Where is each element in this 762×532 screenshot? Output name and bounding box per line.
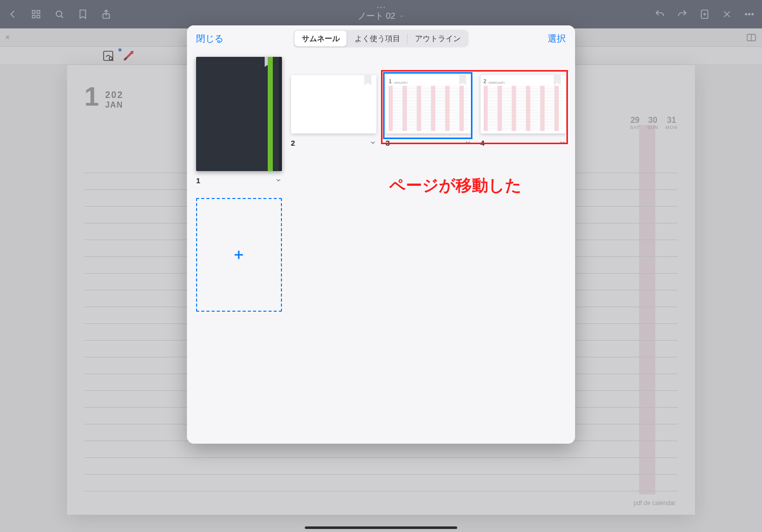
back-icon[interactable] bbox=[7, 9, 18, 20]
day-number: 29 bbox=[630, 116, 640, 125]
calendar-month-number: 1 bbox=[84, 83, 99, 110]
more-icon[interactable] bbox=[744, 9, 755, 20]
view-mode-segmented[interactable]: サムネール よく使う項目 アウトライン bbox=[294, 30, 469, 48]
footer-brand: pdf de calendar bbox=[633, 500, 676, 507]
apps-grid-icon[interactable] bbox=[30, 9, 42, 20]
svg-point-13 bbox=[749, 14, 750, 15]
day-abbrev: SAT bbox=[630, 125, 640, 130]
add-page-icon[interactable] bbox=[699, 9, 710, 20]
svg-rect-3 bbox=[37, 15, 40, 18]
page-browser-modal: 閉じる サムネール よく使う項目 アウトライン 選択 1 bbox=[187, 25, 575, 444]
redo-icon[interactable] bbox=[677, 9, 688, 20]
chevron-down-icon[interactable] bbox=[369, 139, 376, 146]
svg-line-19 bbox=[112, 59, 113, 61]
day-number: 30 bbox=[647, 116, 658, 125]
svg-point-4 bbox=[56, 11, 62, 17]
plus-icon bbox=[232, 248, 246, 262]
page-thumb-blank[interactable] bbox=[291, 75, 377, 134]
tab-close-icon[interactable]: × bbox=[5, 33, 10, 42]
pen-tool-icon[interactable]: ✱ bbox=[122, 49, 135, 62]
svg-point-14 bbox=[752, 14, 753, 15]
calendar-month-abbrev: JAN bbox=[105, 101, 123, 110]
svg-line-11 bbox=[724, 12, 730, 17]
page-thumb-cover[interactable] bbox=[196, 57, 282, 171]
close-button[interactable]: 閉じる bbox=[196, 32, 224, 45]
svg-rect-1 bbox=[37, 11, 40, 14]
annotation-label: ページが移動した bbox=[389, 175, 522, 197]
search-icon[interactable] bbox=[54, 9, 65, 20]
page-thumb-cell[interactable]: 1 bbox=[196, 57, 282, 185]
svg-rect-15 bbox=[747, 34, 756, 41]
svg-rect-17 bbox=[104, 51, 113, 60]
page-number: 2 bbox=[291, 139, 295, 147]
document-title-area[interactable]: ノート 02 bbox=[358, 7, 405, 22]
undo-icon[interactable] bbox=[654, 9, 665, 20]
chevron-down-icon bbox=[398, 13, 404, 19]
page-number: 1 bbox=[196, 176, 200, 185]
close-icon[interactable] bbox=[721, 9, 733, 20]
home-indicator[interactable] bbox=[305, 526, 457, 529]
annotation-red-box bbox=[381, 70, 568, 144]
svg-rect-6 bbox=[103, 14, 110, 18]
add-page-cell[interactable] bbox=[196, 198, 282, 312]
document-title: ノート 02 bbox=[358, 10, 396, 22]
svg-rect-2 bbox=[33, 15, 35, 18]
zoom-tool-icon[interactable] bbox=[102, 49, 115, 62]
reading-mode-icon[interactable] bbox=[746, 32, 757, 43]
tab-outline[interactable]: アウトライン bbox=[408, 31, 468, 47]
page-thumb-cell[interactable]: 2 bbox=[291, 57, 377, 147]
day-number: 31 bbox=[665, 116, 678, 125]
svg-line-5 bbox=[61, 16, 63, 18]
tab-thumbnails[interactable]: サムネール bbox=[295, 31, 347, 47]
calendar-year: 202 bbox=[105, 90, 123, 101]
svg-line-10 bbox=[724, 12, 730, 17]
svg-point-12 bbox=[745, 14, 747, 15]
svg-rect-0 bbox=[33, 11, 35, 14]
chevron-down-icon[interactable] bbox=[275, 177, 282, 184]
bluetooth-indicator-icon: ✱ bbox=[118, 47, 122, 53]
share-icon[interactable] bbox=[101, 9, 112, 20]
bookmark-icon[interactable] bbox=[77, 9, 88, 20]
select-button[interactable]: 選択 bbox=[548, 32, 566, 45]
day-abbrev: MON bbox=[665, 125, 678, 130]
bookmark-ribbon-icon bbox=[364, 75, 371, 85]
day-abbrev: SUN bbox=[647, 125, 658, 130]
svg-rect-7 bbox=[702, 10, 708, 19]
tab-favorites[interactable]: よく使う項目 bbox=[347, 31, 407, 47]
add-page-button[interactable] bbox=[196, 198, 282, 312]
svg-point-18 bbox=[109, 57, 112, 60]
